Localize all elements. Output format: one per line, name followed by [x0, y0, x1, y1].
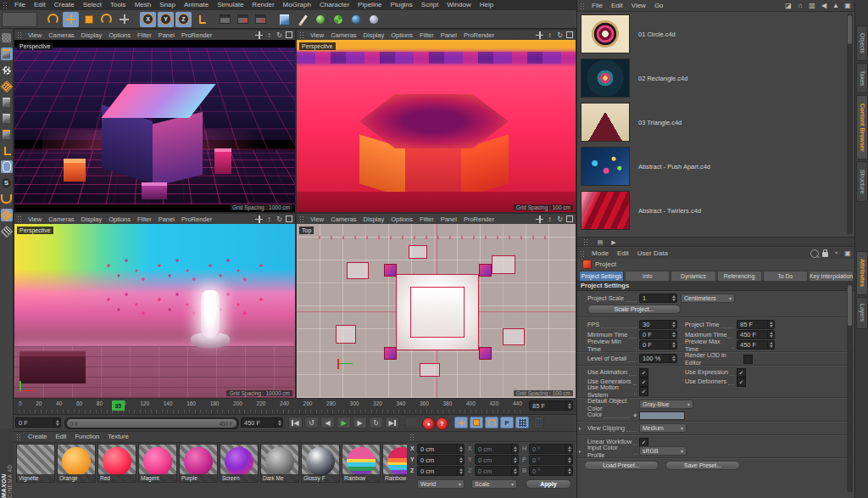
scrollbar-thumb[interactable]	[848, 285, 852, 326]
workplane-mode-button[interactable]	[1, 80, 13, 92]
viewport-menu-item[interactable]: View	[307, 31, 327, 39]
subdivision-surface-button[interactable]	[312, 12, 328, 27]
dolly-view-icon[interactable]: ↕	[546, 31, 554, 39]
magnet-snap-button[interactable]	[1, 193, 13, 205]
viewport-menu-item[interactable]: View	[25, 31, 45, 39]
next-frame-button[interactable]: ▶	[353, 417, 367, 428]
lock-y-button[interactable]: Y	[158, 12, 174, 27]
stepper-icon[interactable]	[767, 331, 774, 339]
panel-grip-icon[interactable]	[580, 3, 585, 9]
menu-item[interactable]: Tools	[106, 0, 131, 10]
floor-button[interactable]	[365, 12, 381, 27]
coordinate-mode-select[interactable]: Scale	[471, 479, 517, 489]
scale-project-button[interactable]: Scale Project...	[587, 305, 681, 314]
key-pla-button[interactable]	[515, 417, 529, 428]
coordinate-space-select[interactable]: World	[417, 479, 465, 489]
rotation-h-field[interactable]: 0 °	[529, 444, 573, 454]
stepper-icon[interactable]	[457, 445, 464, 453]
panel-grip-icon[interactable]	[17, 215, 22, 222]
view-clipping-select[interactable]: Medium	[639, 423, 687, 433]
material-menu-item[interactable]: Function	[70, 432, 103, 442]
stepper-icon[interactable]	[670, 321, 676, 328]
viewport-menu-item[interactable]: Filter	[134, 31, 155, 39]
viewport-top-right[interactable]: ViewCamerasDisplayOptionsFilterPanelProR…	[296, 29, 576, 213]
stepper-icon[interactable]	[565, 456, 572, 464]
list-view-icon[interactable]: ▤	[596, 238, 604, 246]
dolly-view-icon[interactable]: ↕	[265, 215, 273, 223]
menu-item[interactable]: Character	[315, 0, 353, 10]
pan-view-icon[interactable]	[255, 31, 263, 39]
attribute-menu-item[interactable]: Edit	[613, 249, 633, 259]
sidetab-layers[interactable]: Layers	[856, 297, 868, 329]
new-panel-icon[interactable]: ▣	[843, 2, 852, 9]
viewport-menu-item[interactable]: Panel	[155, 31, 178, 39]
project-scale-unit-select[interactable]: Centimeters	[681, 294, 735, 303]
menu-item[interactable]: Snap	[155, 0, 180, 10]
apply-button[interactable]: Apply	[526, 479, 571, 489]
add-cube-button[interactable]	[276, 12, 292, 27]
menu-item[interactable]: Pipeline	[353, 0, 386, 10]
attribute-object-row[interactable]: Project	[577, 259, 855, 270]
use-motion-system-checkbox[interactable]: ✓	[639, 387, 648, 396]
material-tile[interactable]: Purple	[179, 444, 218, 483]
cursor-icon[interactable]: ▲	[832, 2, 840, 9]
panel-grip-icon[interactable]	[299, 31, 304, 38]
history-icon[interactable]: ◔	[832, 249, 840, 257]
stepper-icon[interactable]	[670, 341, 676, 349]
viewport-menu-item[interactable]: Cameras	[327, 215, 359, 223]
stepper-icon[interactable]	[511, 467, 518, 475]
scrollbar[interactable]	[847, 283, 853, 492]
material-menu-item[interactable]: Create	[24, 432, 52, 442]
viewport-menu-item[interactable]: View	[307, 215, 327, 223]
keyframe-presets-button[interactable]	[405, 417, 420, 428]
menu-item[interactable]: Select	[79, 0, 106, 10]
stepper-icon[interactable]	[767, 341, 774, 349]
viewport-canvas-perspective-1[interactable]: Perspective Grid Spacing : 1000 cm	[14, 40, 295, 212]
shade-view-icon[interactable]: ◪	[784, 2, 793, 9]
project-scale-field[interactable]: 1	[639, 294, 677, 303]
material-tile[interactable]: Vignette	[16, 444, 55, 483]
viewport-bottom-right[interactable]: ViewCamerasDisplayOptionsFilterPanelProR…	[296, 213, 576, 399]
play-backwards-button[interactable]: ↺	[304, 417, 319, 428]
edges-mode-button[interactable]	[1, 112, 13, 125]
menu-item[interactable]: Plugins	[387, 0, 417, 10]
file-row[interactable]: 01 Circle.c4d	[577, 12, 849, 56]
polygons-mode-button[interactable]	[1, 128, 13, 141]
panel-grip-icon[interactable]	[17, 31, 22, 38]
last-tool-button[interactable]	[116, 12, 132, 27]
scrollbar-thumb[interactable]	[848, 15, 852, 44]
preview-range-slider[interactable]: 0 F450 F	[64, 417, 239, 429]
scale-z-field[interactable]: 0 cm	[475, 466, 519, 476]
stepper-icon[interactable]	[565, 401, 572, 410]
stepper-icon[interactable]	[275, 418, 282, 427]
viewport-menu-item[interactable]: Options	[387, 215, 416, 223]
back-icon[interactable]: ◀	[820, 2, 828, 9]
viewport-menu-item[interactable]: Panel	[437, 31, 460, 39]
orbit-view-icon[interactable]: ↻	[275, 31, 283, 39]
position-z-field[interactable]: 0 cm	[417, 466, 465, 476]
range-end-field[interactable]: 450 F	[241, 417, 283, 428]
position-y-field[interactable]: 0 cm	[417, 455, 465, 465]
stepper-icon[interactable]	[670, 355, 676, 362]
menu-item[interactable]: Help	[476, 0, 498, 10]
viewport-menu-item[interactable]: Filter	[416, 215, 437, 223]
viewport-menu-item[interactable]: Display	[360, 31, 388, 39]
minimum-time-field[interactable]: 0 F	[639, 330, 677, 339]
undo-redo-buttons[interactable]	[2, 12, 37, 27]
scale-button[interactable]	[81, 12, 97, 27]
lock-x-button[interactable]: X	[140, 12, 156, 27]
viewport-menu-item[interactable]: ProRender	[460, 215, 498, 223]
panel-grip-icon[interactable]	[583, 238, 588, 245]
input-color-profile-select[interactable]: sRGB	[639, 446, 687, 456]
material-menu-item[interactable]: Texture	[103, 432, 133, 442]
key-position-button[interactable]	[454, 417, 468, 428]
autokey-button[interactable]: ?	[436, 417, 448, 430]
material-tile[interactable]: Screen	[220, 444, 259, 483]
viewport-menu-item[interactable]: Filter	[134, 215, 155, 223]
stepper-icon[interactable]	[511, 456, 518, 464]
record-keyframe-button[interactable]: ●	[422, 417, 435, 430]
viewport-menu-item[interactable]: Panel	[155, 215, 178, 223]
render-settings-button[interactable]	[253, 12, 269, 27]
fps-field[interactable]: 30	[639, 320, 677, 329]
preview-max-time-field[interactable]: 450 F	[737, 340, 775, 350]
